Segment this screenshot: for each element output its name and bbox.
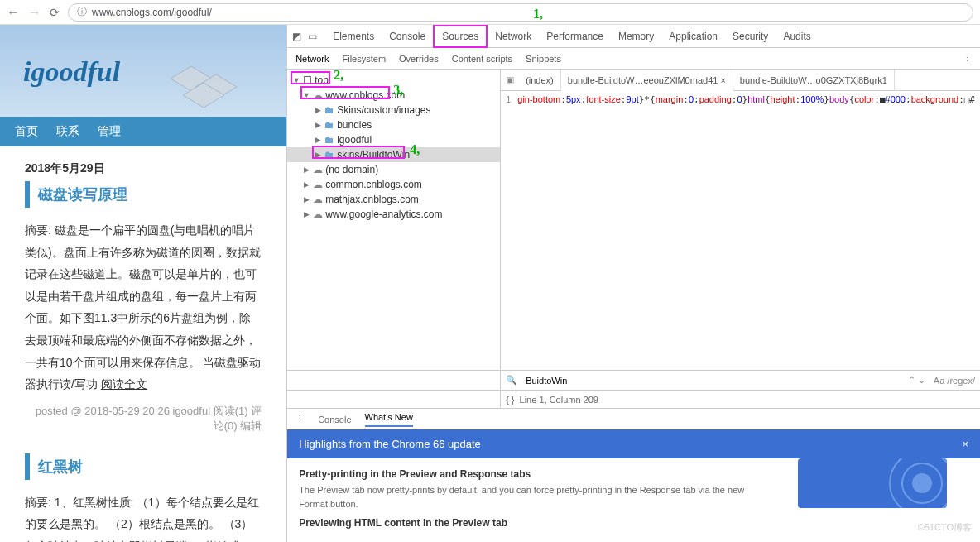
subtab-content-scripts[interactable]: Content scripts (452, 54, 512, 64)
tree-other[interactable]: ▶☁ www.google-analytics.com (287, 207, 500, 222)
post-summary-1: 摘要: 磁盘是一个扁平的圆盘(与电唱机的唱片类似)。盘面上有许多称为磁道的圆圈，… (25, 219, 262, 396)
watermark: ©51CTO博客 (918, 521, 972, 534)
highlights-p1: The Preview tab now pretty-prints by def… (299, 483, 746, 511)
tab-sources[interactable]: Sources (433, 25, 488, 48)
sources-subtabs: Network Filesystem Overrides Content scr… (287, 48, 980, 70)
code-tab-bundle2[interactable]: bundle-BuildtoW…o0GZXTXj8Bqrk1 (733, 70, 895, 91)
cursor-status: Line 1, Column 209 (520, 395, 598, 405)
tree-folder[interactable]: ▶🖿 bundles (287, 118, 500, 132)
drawer-tab-whatsnew[interactable]: What's New (365, 412, 413, 427)
tree-other[interactable]: ▶☁ (no domain) (287, 162, 500, 177)
more-icon[interactable]: ⋮ (963, 53, 972, 64)
post-summary-2: 摘要: 1、红黑树性质: （1）每个结点要么是红的要么是黑的。 （2）根结点是黑… (25, 492, 262, 542)
drawer-menu-icon[interactable]: ⋮ (295, 414, 305, 424)
tab-elements[interactable]: Elements (325, 25, 382, 48)
page-content: igoodful 首页 联系 管理 2018年5月29日 磁盘读写原理 摘要: … (0, 25, 286, 542)
tree-folder[interactable]: ▶🖿 igoodful (287, 132, 500, 147)
search-bar: 🔍 ⌃ ⌄ Aa /regex/ (287, 370, 980, 390)
search-input[interactable] (526, 376, 900, 386)
drawer-tab-console[interactable]: Console (318, 415, 351, 424)
browser-toolbar: ← → ⟳ ⓘ www.cnblogs.com/igoodful/ (0, 0, 980, 25)
address-bar[interactable]: ⓘ www.cnblogs.com/igoodful/ (68, 3, 973, 22)
post-title-2[interactable]: 红黑树 (25, 453, 262, 480)
nav-files-icon[interactable]: ▣ (501, 74, 519, 85)
subtab-overrides[interactable]: Overrides (399, 54, 439, 64)
tree-other[interactable]: ▶☁ common.cnblogs.com (287, 177, 500, 192)
highlights-banner: Highlights from the Chrome 66 update × (287, 429, 980, 458)
status-bar: { }Line 1, Column 209 (287, 390, 980, 408)
devtools: ◩ ▭ Elements Console Sources Network Per… (286, 25, 980, 542)
nav-home[interactable]: 首页 (15, 124, 38, 139)
drawer-tabs: ⋮ Console What's New (287, 408, 980, 429)
nav-contact[interactable]: 联系 (56, 124, 79, 139)
tree-domain[interactable]: ▼☁ www.cnblogs.com (287, 88, 500, 103)
code-tab-bundle1[interactable]: bundle-BuildtoW…eeouZXlM0mad41 × (561, 70, 733, 91)
code-area: ▣ (index) bundle-BuildtoW…eeouZXlM0mad41… (501, 70, 980, 370)
code-content[interactable]: 1gin-bottom:5px;font-size:9pt}*{margin:0… (501, 91, 980, 370)
subtab-snippets[interactable]: Snippets (526, 54, 561, 64)
regex-toggle[interactable]: Aa /regex/ (934, 376, 975, 386)
tab-console[interactable]: Console (382, 25, 433, 48)
subtab-filesystem[interactable]: Filesystem (342, 54, 386, 64)
device-icon[interactable]: ▭ (308, 31, 317, 42)
read-more-1[interactable]: 阅读全文 (101, 377, 147, 391)
tab-memory[interactable]: Memory (611, 25, 661, 48)
file-tree: ▼☐ top ▼☁ www.cnblogs.com ▶🖿 Skins/custo… (287, 70, 501, 370)
highlights-title: Highlights from the Chrome 66 update (299, 438, 481, 450)
post-meta-1: posted @ 2018-05-29 20:26 igoodful 阅读(1)… (25, 404, 262, 434)
post-title-1[interactable]: 磁盘读写原理 (25, 181, 262, 208)
header-decoration (154, 46, 253, 124)
devtools-tabs: ◩ ▭ Elements Console Sources Network Per… (287, 25, 980, 48)
forward-button[interactable]: → (28, 5, 41, 20)
post-date: 2018年5月29日 (25, 161, 262, 176)
code-tab-index[interactable]: (index) (519, 70, 561, 91)
blog-header: igoodful 首页 联系 管理 (0, 25, 286, 146)
highlights-body: Pretty-printing in the Preview and Respo… (287, 458, 980, 542)
blog-title[interactable]: igoodful (23, 56, 120, 88)
tree-folder[interactable]: ▶🖿 Skins/custom/images (287, 103, 500, 118)
tab-performance[interactable]: Performance (539, 25, 611, 48)
info-icon: ⓘ (77, 5, 87, 19)
tree-other[interactable]: ▶☁ mathjax.cnblogs.com (287, 192, 500, 207)
highlights-h2: Previewing HTML content in the Preview t… (299, 517, 968, 529)
tree-top[interactable]: ▼☐ top (287, 73, 500, 88)
search-icon[interactable]: 🔍 (506, 375, 517, 386)
tab-network[interactable]: Network (488, 25, 539, 48)
close-icon[interactable]: × (962, 438, 968, 450)
url-text: www.cnblogs.com/igoodful/ (92, 7, 212, 18)
code-tabs: ▣ (index) bundle-BuildtoW…eeouZXlM0mad41… (501, 70, 980, 91)
back-button[interactable]: ← (7, 5, 20, 20)
tab-security[interactable]: Security (725, 25, 776, 48)
subtab-network[interactable]: Network (295, 54, 329, 64)
tree-folder-selected[interactable]: ▶🖿 skins/BuildtoWin (287, 147, 500, 162)
blog-nav: 首页 联系 管理 (0, 117, 286, 146)
highlights-graphic (798, 458, 947, 508)
tab-application[interactable]: Application (661, 25, 725, 48)
reload-button[interactable]: ⟳ (50, 6, 60, 19)
tab-audits[interactable]: Audits (776, 25, 818, 48)
nav-admin[interactable]: 管理 (98, 124, 121, 139)
inspect-icon[interactable]: ◩ (292, 31, 301, 42)
